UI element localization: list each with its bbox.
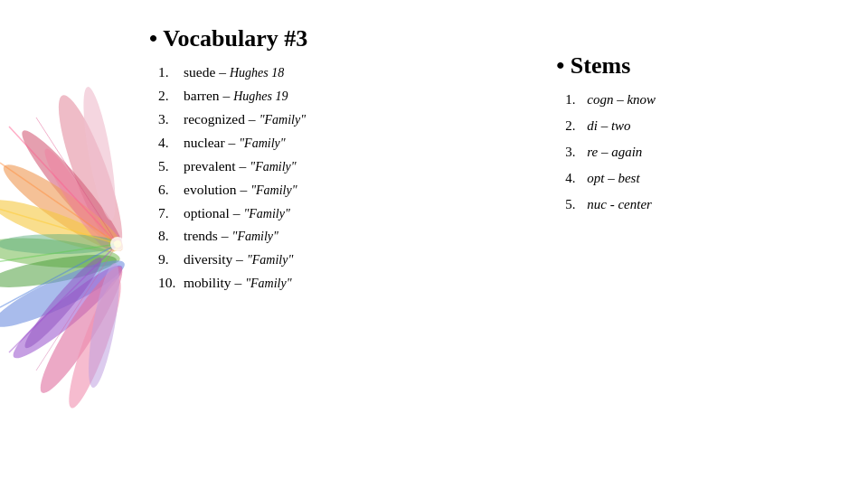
page-container: • Vocabulary #3 suede – Hughes 18barren …	[0, 0, 868, 488]
vocab-item: mobility – "Family"	[158, 274, 529, 293]
stem-text: cogn – know	[587, 90, 656, 109]
stem-item: cogn – know	[565, 90, 850, 109]
vocab-word: optional –	[184, 204, 240, 223]
vocab-source: "Family"	[247, 252, 293, 269]
vocab-item: evolution – "Family"	[158, 181, 529, 200]
svg-point-14	[0, 234, 120, 254]
vocab-source: "Family"	[250, 159, 296, 176]
vocab-item: optional – "Family"	[158, 204, 529, 223]
vocab-source: "Family"	[232, 229, 278, 246]
vocab-item: nuclear – "Family"	[158, 134, 529, 153]
vocab-word: suede –	[184, 63, 226, 82]
stem-item: re – again	[565, 143, 850, 162]
vocab-word: diversity –	[184, 250, 243, 269]
vocab-item: diversity – "Family"	[158, 250, 529, 269]
stem-item: opt – best	[565, 169, 850, 188]
vocab-source: "Family"	[259, 112, 306, 129]
vocab-source: Hughes 19	[233, 89, 288, 106]
decorative-image	[0, 0, 140, 488]
vocab-item: prevalent – "Family"	[158, 157, 529, 176]
vocab-source: "Family"	[243, 206, 289, 223]
vocab-item: recognized – "Family"	[158, 110, 529, 129]
stem-text: nuc - center	[587, 195, 652, 214]
vocab-item: suede – Hughes 18	[158, 63, 529, 82]
stems-list: cogn – knowdi – twore – againopt – bestn…	[556, 90, 850, 214]
vocab-word: evolution –	[184, 181, 247, 200]
vocabulary-section: • Vocabulary #3 suede – Hughes 18barren …	[149, 25, 547, 470]
content-area: • Vocabulary #3 suede – Hughes 18barren …	[140, 0, 868, 488]
stem-text: re – again	[587, 143, 642, 162]
vocab-title: • Vocabulary #3	[149, 25, 529, 52]
vocab-item: barren – Hughes 19	[158, 87, 529, 106]
vocab-word: mobility –	[184, 274, 241, 293]
vocab-source: "Family"	[245, 276, 291, 293]
vocab-word: prevalent –	[184, 157, 246, 176]
vocab-list: suede – Hughes 18barren – Hughes 19recog…	[149, 63, 529, 293]
vocab-source: "Family"	[239, 136, 285, 153]
vocab-source: "Family"	[250, 183, 297, 200]
vocab-source: Hughes 18	[230, 65, 284, 82]
vocab-item: trends – "Family"	[158, 227, 529, 246]
stem-item: nuc - center	[565, 195, 850, 214]
stem-item: di – two	[565, 117, 850, 136]
stem-text: di – two	[587, 117, 630, 136]
svg-point-25	[114, 240, 121, 248]
vocab-word: nuclear –	[184, 134, 235, 153]
stem-text: opt – best	[587, 169, 639, 188]
vocab-word: barren –	[184, 87, 230, 106]
stems-section: • Stems cogn – knowdi – twore – againopt…	[547, 25, 850, 470]
stems-title: • Stems	[556, 52, 850, 80]
vocab-word: recognized –	[184, 110, 256, 129]
vocab-word: trends –	[184, 227, 229, 246]
